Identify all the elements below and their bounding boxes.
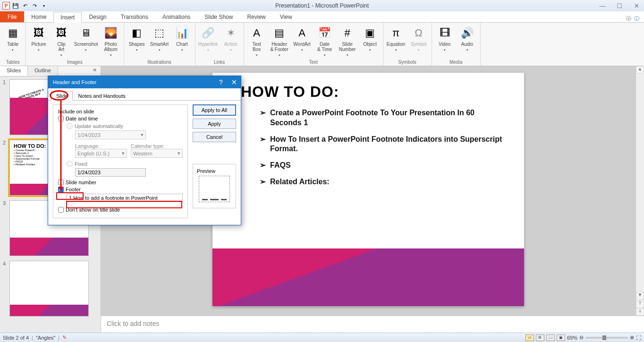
tab-animations[interactable]: Animations: [155, 11, 197, 22]
cancel-button[interactable]: Cancel: [193, 132, 236, 142]
photo-icon: 🌄: [103, 26, 119, 41]
ribbon-label: SmartArt▾: [150, 42, 169, 52]
dialog-close-icon[interactable]: ✕: [228, 78, 241, 86]
ribbon-label: Hyperlink▾: [198, 42, 218, 52]
ribbon: ▦Table▾Tables🖼Picture▾🖼ClipArt▾🖥Screensh…: [0, 23, 644, 66]
datetime-label: Date and time: [66, 116, 98, 121]
sorter-view-icon[interactable]: ⊞: [536, 334, 544, 341]
language-combo[interactable]: English (U.S.)▾: [75, 149, 127, 158]
ribbon-clip-art[interactable]: 🖼ClipArt▾: [51, 24, 71, 57]
ribbon-group: ATextBox▾▤Header& Footer▾AWordArt▾📅Date&…: [244, 23, 383, 66]
normal-view-icon[interactable]: ▭: [525, 334, 534, 341]
fixed-radio[interactable]: [67, 161, 73, 167]
footer-label: Footer: [66, 187, 81, 192]
redo-icon[interactable]: ↷: [30, 1, 39, 10]
ribbon-symbol: ΩSymbol▾: [409, 24, 429, 52]
ribbon-screenshot[interactable]: 🖥Screenshot▾: [74, 24, 98, 52]
dontshow-checkbox[interactable]: [58, 207, 64, 213]
ribbon-slide-number[interactable]: #SlideNumber▾: [338, 24, 357, 57]
tab-insert[interactable]: Insert: [53, 12, 82, 23]
minimize-icon[interactable]: —: [597, 2, 608, 9]
header-footer-dialog: Header and Footer ? ✕ Slide Notes and Ha…: [48, 76, 241, 225]
ribbon-label: WordArt▾: [293, 42, 311, 52]
tab-review[interactable]: Review: [240, 11, 272, 22]
help-icon[interactable]: ⓘ: [634, 15, 639, 22]
ribbon-label: TextBox▾: [252, 42, 261, 57]
dialog-tab-notes[interactable]: Notes and Handouts: [73, 91, 130, 100]
ribbon-video[interactable]: 🎞Video▾: [435, 24, 455, 52]
window-controls: — ☐ ✕: [597, 2, 642, 9]
dialog-tabs: Slide Notes and Handouts: [48, 91, 241, 101]
close-icon[interactable]: ✕: [631, 2, 642, 9]
ribbon-date--time[interactable]: 📅Date& Time▾: [315, 24, 335, 57]
ribbon-shapes[interactable]: ◧Shapes▾: [127, 24, 147, 52]
tab-design[interactable]: Design: [82, 11, 113, 22]
ribbon-smartart[interactable]: ⬚SmartArt▾: [150, 24, 169, 52]
group-label: Illustrations: [127, 60, 192, 66]
calendar-combo[interactable]: Western▾: [131, 149, 183, 158]
tab-view[interactable]: View: [273, 11, 299, 22]
update-auto-radio[interactable]: [67, 123, 73, 129]
group-label: Symbols: [386, 60, 429, 66]
dialog-help-icon[interactable]: ?: [214, 78, 228, 86]
notes-pane[interactable]: Click to add notes: [101, 316, 644, 333]
datetime-checkbox[interactable]: [58, 116, 64, 121]
screenshot-icon: 🖥: [78, 26, 93, 41]
slide-canvas[interactable]: HOW TO DO: Create a PowerPoint Footnote …: [212, 73, 524, 306]
tab-home[interactable]: Home: [24, 11, 53, 22]
ribbon-object[interactable]: ▣Object▾: [360, 24, 380, 52]
spellcheck-icon[interactable]: ✎: [62, 334, 67, 341]
reading-view-icon[interactable]: 📖: [546, 334, 555, 341]
bullet-item: Related Articles:: [260, 177, 505, 187]
ribbon-minimize-icon[interactable]: ⓥ: [626, 15, 631, 22]
slideshow-view-icon[interactable]: ▣: [557, 334, 565, 341]
ribbon-label: Object▾: [363, 42, 377, 52]
ribbon-header--footer[interactable]: ▤Header& Footer▾: [270, 24, 289, 57]
apply-button[interactable]: Apply: [193, 119, 236, 129]
ribbon-group: ◧Shapes▾⬚SmartArt▾📊Chart▾Illustrations: [124, 23, 195, 66]
thumbnail-4[interactable]: [9, 261, 89, 316]
ribbon-audio[interactable]: 🔊Audio▾: [458, 24, 477, 52]
status-bar: Slide 2 of 4 | "Angles" | ✎ ▭ ⊞ 📖 ▣ 69% …: [0, 333, 644, 342]
ribbon-picture[interactable]: 🖼Picture▾: [29, 24, 49, 52]
undo-icon[interactable]: ↶: [21, 1, 29, 10]
zoom-out-icon[interactable]: ⊖: [579, 334, 584, 341]
tab-slideshow[interactable]: Slide Show: [197, 11, 240, 22]
ribbon-hyperlink: 🔗Hyperlink▾: [198, 24, 218, 52]
slide-bullets: Create a PowerPoint Footnote To Your Pre…: [260, 108, 505, 187]
apply-to-all-button[interactable]: Apply to All: [193, 104, 236, 116]
save-icon[interactable]: 💾: [11, 1, 20, 10]
panel-tab-outline[interactable]: Outline: [28, 66, 58, 76]
date-combo[interactable]: 1/24/2023▾: [75, 130, 146, 139]
ribbon-action: ✶Action▾: [221, 24, 241, 52]
status-theme: "Angles": [36, 335, 55, 341]
ribbon-table[interactable]: ▦Table▾: [3, 24, 23, 52]
slidenumber-checkbox[interactable]: [58, 180, 64, 185]
tab-transitions[interactable]: Transitions: [114, 11, 155, 22]
fixed-date-input[interactable]: [75, 168, 146, 177]
zoom-in-icon[interactable]: ⊕: [630, 334, 634, 341]
file-tab[interactable]: File: [0, 11, 24, 22]
zoom-slider[interactable]: [585, 337, 628, 339]
maximize-icon[interactable]: ☐: [614, 2, 625, 9]
bullet-item: How To Insert a PowerPoint Footnote Indi…: [260, 135, 505, 154]
panel-tab-slides[interactable]: Slides: [0, 66, 28, 76]
slide-title: HOW TO DO:: [241, 83, 524, 101]
footer-checkbox[interactable]: [58, 187, 64, 192]
ribbon-label: Header& Footer▾: [270, 42, 288, 57]
qat-customize-icon[interactable]: ▾: [40, 1, 48, 10]
ribbon-tabs: File Home Insert Design Transitions Anim…: [0, 11, 644, 23]
footer-text-input[interactable]: [67, 194, 183, 202]
ribbon-equation[interactable]: πEquation▾: [386, 24, 406, 52]
ribbon-wordart[interactable]: AWordArt▾: [292, 24, 312, 52]
panel-close-icon[interactable]: ✕: [89, 66, 101, 76]
vertical-scrollbar[interactable]: ▲▼ ⤒⤓: [636, 66, 644, 316]
update-auto-label: Update automatically: [75, 123, 123, 129]
fit-icon[interactable]: ⛶: [636, 335, 641, 341]
ribbon-chart[interactable]: 📊Chart▾: [172, 24, 192, 52]
group-label: Text: [247, 60, 380, 66]
ribbon-text-box[interactable]: ATextBox▾: [247, 24, 267, 57]
dialog-tab-slide[interactable]: Slide: [51, 91, 73, 101]
ribbon-photo-album[interactable]: 🌄PhotoAlbum▾: [101, 24, 121, 57]
dialog-titlebar: Header and Footer ? ✕: [48, 76, 241, 88]
